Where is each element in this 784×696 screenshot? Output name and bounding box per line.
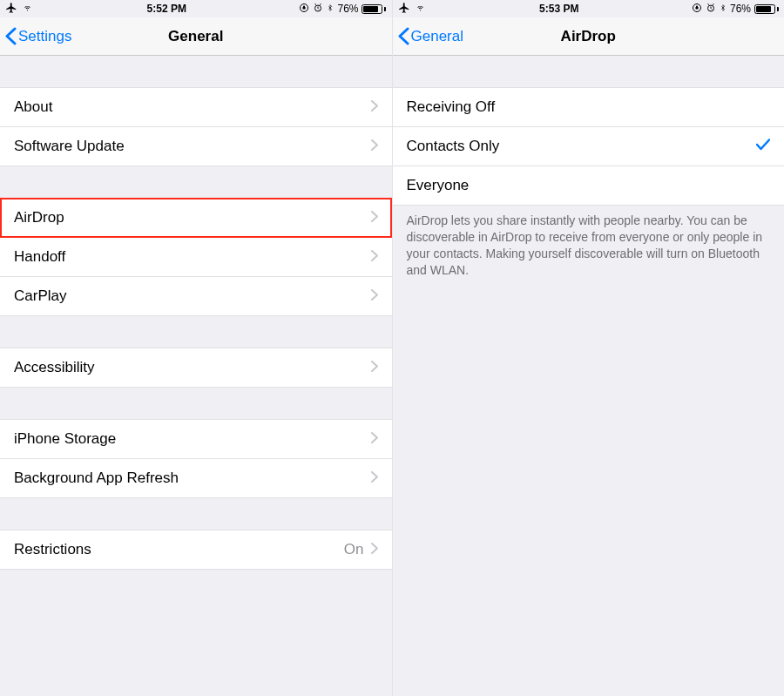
checkmark-icon (756, 138, 770, 155)
battery-percentage: 76% (337, 3, 358, 15)
row-label: About (14, 98, 52, 116)
chevron-right-icon (371, 287, 378, 305)
bluetooth-icon (720, 3, 727, 16)
battery-percentage: 76% (730, 3, 751, 15)
row-detail: On (344, 541, 364, 558)
footer-note: AirDrop lets you share instantly with pe… (393, 206, 785, 279)
row-label: iPhone Storage (14, 430, 116, 448)
orientation-lock-icon (692, 3, 702, 16)
bluetooth-icon (327, 3, 334, 16)
row-restrictions[interactable]: Restrictions On (0, 530, 392, 570)
orientation-lock-icon (299, 3, 309, 16)
option-label: Contacts Only (407, 138, 500, 155)
option-label: Receiving Off (407, 98, 496, 116)
chevron-left-icon (5, 27, 17, 45)
wifi-icon (414, 3, 427, 15)
row-software-update[interactable]: Software Update (0, 127, 392, 166)
battery-icon (362, 4, 386, 14)
chevron-right-icon (371, 359, 378, 376)
row-label: Accessibility (14, 359, 95, 376)
chevron-right-icon (371, 430, 378, 448)
row-label: AirDrop (14, 209, 64, 226)
chevron-right-icon (371, 248, 378, 266)
airplane-mode-icon (398, 2, 410, 17)
chevron-right-icon (371, 541, 378, 558)
back-label: Settings (18, 28, 71, 45)
nav-bar: General AirDrop (393, 17, 785, 56)
alarm-icon (706, 3, 716, 16)
row-label: Software Update (14, 138, 125, 155)
chevron-right-icon (371, 470, 378, 487)
screen-general: 5:52 PM 76% Settings General About (0, 0, 392, 696)
nav-bar: Settings General (0, 17, 392, 56)
status-bar: 5:53 PM 76% (393, 0, 785, 17)
screen-airdrop: 5:53 PM 76% General AirDrop Receiving Of… (392, 0, 785, 696)
page-title: AirDrop (561, 28, 616, 45)
airplane-mode-icon (5, 2, 17, 17)
row-about[interactable]: About (0, 87, 392, 127)
battery-icon (754, 4, 779, 14)
page-title: General (168, 28, 223, 45)
row-accessibility[interactable]: Accessibility (0, 348, 392, 388)
option-receiving-off[interactable]: Receiving Off (393, 87, 785, 127)
alarm-icon (313, 3, 323, 16)
status-time: 5:53 PM (539, 3, 578, 15)
row-handoff[interactable]: Handoff (0, 238, 392, 277)
chevron-right-icon (371, 209, 378, 226)
back-button[interactable]: General (398, 27, 463, 45)
settings-list: About Software Update AirDrop Handoff Ca… (0, 56, 392, 570)
row-label: Handoff (14, 248, 65, 266)
row-background-app-refresh[interactable]: Background App Refresh (0, 459, 392, 498)
row-carplay[interactable]: CarPlay (0, 277, 392, 316)
chevron-right-icon (371, 98, 378, 116)
airdrop-options: Receiving Off Contacts Only Everyone Air… (393, 56, 785, 279)
row-iphone-storage[interactable]: iPhone Storage (0, 419, 392, 459)
status-time: 5:52 PM (147, 3, 186, 15)
row-airdrop[interactable]: AirDrop (0, 198, 392, 238)
option-contacts-only[interactable]: Contacts Only (393, 127, 785, 166)
row-label: Restrictions (14, 541, 91, 558)
chevron-left-icon (398, 27, 409, 45)
option-everyone[interactable]: Everyone (393, 166, 785, 206)
chevron-right-icon (371, 138, 378, 155)
option-label: Everyone (407, 177, 470, 194)
status-bar: 5:52 PM 76% (0, 0, 392, 17)
back-label: General (411, 28, 463, 45)
row-label: Background App Refresh (14, 470, 179, 487)
back-button[interactable]: Settings (5, 27, 71, 45)
wifi-icon (21, 3, 34, 15)
row-label: CarPlay (14, 287, 66, 305)
